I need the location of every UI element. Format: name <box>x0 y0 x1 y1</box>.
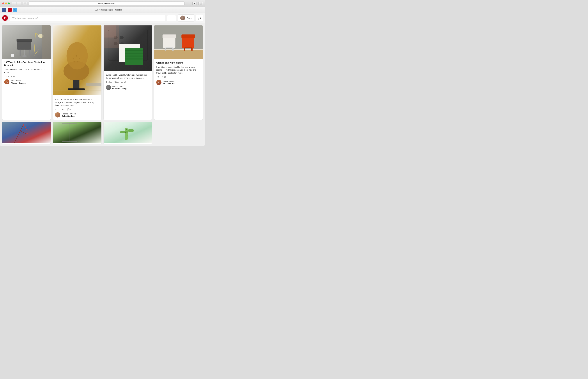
menu-chevron: ▼ <box>172 17 174 19</box>
pin-image <box>2 25 51 59</box>
svg-rect-46 <box>163 37 175 48</box>
pinterest-logo-icon: P <box>4 16 6 20</box>
pin-user-info: Patricia Houden Color Studies <box>62 113 76 117</box>
pin-stats: ⬆ 500 ♥ 95 💬 1 <box>55 108 99 111</box>
pin-card[interactable]: 10 Ways to Take Gray from Neutral to Dra… <box>2 25 51 120</box>
url-text: www.pinterest.com <box>98 2 115 5</box>
reload-button[interactable]: ↻ <box>186 2 191 5</box>
close-button[interactable] <box>2 2 4 4</box>
svg-rect-44 <box>154 50 203 59</box>
sidebar-toggle-button[interactable]: ⬜ <box>23 2 27 5</box>
svg-point-21 <box>76 55 77 57</box>
pin-board-name: Modern Spaces <box>11 82 26 84</box>
svg-rect-40 <box>125 60 143 60</box>
pin-user[interactable]: P Patricia Houden Color Studies <box>55 112 99 117</box>
pin-board-name: For the Kids <box>163 82 175 85</box>
pin-user[interactable]: N Natalia Maric Outdoor Living <box>106 85 150 90</box>
svg-rect-52 <box>182 34 195 38</box>
url-bar[interactable]: www.pinterest.com <box>29 1 185 5</box>
bookmark-twitter[interactable]: 🐦 <box>13 8 17 12</box>
repin-count: ⬆ 97 <box>156 76 160 78</box>
repin-count: ⬆ 714 <box>4 75 9 78</box>
repin-icon: ⬆ <box>4 75 6 78</box>
svg-rect-17 <box>73 80 79 89</box>
browser-window: ‹ › ⬜ www.pinterest.com ↻ ⬆ ⬜ f P <box>0 0 205 146</box>
content-area: 10 Ways to Take Gray from Neutral to Dra… <box>0 23 205 146</box>
pin-card[interactable]: A pop of chartreuse is an interesting mi… <box>53 25 101 120</box>
new-tab-button[interactable]: + <box>199 8 203 12</box>
svg-point-29 <box>120 36 124 39</box>
pin-body: Durable yet beautiful furniture and fabr… <box>104 72 152 92</box>
svg-rect-2 <box>17 41 31 50</box>
menu-button[interactable]: ☰ ▼ <box>167 15 176 21</box>
pin-stats: ⬆ 714 ♥ 99 <box>4 75 49 78</box>
svg-rect-55 <box>185 47 192 48</box>
pin-user[interactable]: A Ana Frazao Modern Spaces <box>4 79 49 84</box>
search-bar[interactable]: What are you looking for? <box>10 15 165 21</box>
pin-user[interactable]: L Lance Wilson For the Kids <box>156 80 201 85</box>
svg-rect-5 <box>29 50 30 56</box>
back-icon: ‹ <box>14 2 14 5</box>
pin-board-name: Outdoor Living <box>112 87 127 90</box>
user-area[interactable]: E Eden <box>178 15 194 21</box>
forward-button[interactable]: › <box>16 2 21 5</box>
svg-rect-45 <box>154 49 203 50</box>
share-button[interactable]: ⬆ <box>192 2 197 5</box>
pin-user-name: Lance Wilson <box>163 80 175 82</box>
avatar: N <box>106 85 111 90</box>
svg-rect-4 <box>20 50 21 56</box>
comment-icon: 💬 <box>67 108 69 111</box>
back-button[interactable]: ‹ <box>12 2 16 5</box>
pin-user-name: Natalia Maric <box>112 85 127 87</box>
like-count: ♥ 23 <box>162 76 166 78</box>
expand-button[interactable]: ⬜ <box>199 2 203 5</box>
svg-point-23 <box>79 58 80 59</box>
svg-rect-42 <box>104 25 116 38</box>
pinterest-header: P What are you looking for? ☰ ▼ E Eden 💬 <box>0 13 205 23</box>
bookmark-pinterest[interactable]: P <box>8 8 12 12</box>
like-icon: ♥ <box>62 108 63 111</box>
search-placeholder: What are you looking for? <box>12 17 38 19</box>
comment-count: 💬 10 <box>121 81 126 83</box>
repin-count: ⬆ 5211 <box>106 81 112 83</box>
reload-icon: ↻ <box>187 2 189 5</box>
pin-card-partial[interactable] <box>53 122 101 144</box>
svg-rect-35 <box>125 52 143 52</box>
avatar: L <box>156 80 161 85</box>
pin-image <box>104 25 152 72</box>
svg-point-72 <box>125 132 126 133</box>
like-icon: ♥ <box>11 75 12 78</box>
pin-card-partial[interactable] <box>2 122 51 144</box>
svg-rect-18 <box>68 88 85 90</box>
svg-rect-20 <box>86 83 101 86</box>
pin-user-info: Natalia Maric Outdoor Living <box>112 85 127 90</box>
pinterest-logo[interactable]: P <box>2 15 8 21</box>
svg-point-71 <box>126 129 127 130</box>
repin-icon: ⬆ <box>55 108 57 111</box>
pin-card[interactable]: Durable yet beautiful furniture and fabr… <box>104 25 152 120</box>
bookmark-facebook[interactable]: f <box>2 8 6 12</box>
pin-user-info: Ana Frazao Modern Spaces <box>11 79 26 84</box>
bookmarks-bar: f P 🐦 11 Hot Beach Escapes - Jetsetter + <box>0 7 205 13</box>
avatar: A <box>4 79 9 84</box>
svg-point-63 <box>27 133 28 134</box>
pin-card[interactable]: Orange and white chairs I want to get so… <box>154 25 203 120</box>
pin-stats: ⬆ 97 ♥ 23 <box>156 76 201 78</box>
maximize-button[interactable] <box>8 2 10 4</box>
svg-point-73 <box>127 135 127 136</box>
like-icon: ♥ <box>113 81 115 83</box>
title-bar: ‹ › ⬜ www.pinterest.com ↻ ⬆ ⬜ <box>0 0 205 7</box>
pin-card-partial[interactable] <box>104 122 152 144</box>
chat-button[interactable]: 💬 <box>196 15 203 21</box>
user-avatar: E <box>180 16 185 20</box>
svg-rect-70 <box>128 129 134 132</box>
like-icon: ♥ <box>162 76 163 78</box>
pin-image <box>154 25 203 59</box>
repin-icon: ⬆ <box>156 76 158 78</box>
pin-user-name: Patricia Houden <box>62 113 76 115</box>
pins-grid: 10 Ways to Take Gray from Neutral to Dra… <box>2 25 203 144</box>
svg-point-60 <box>23 124 24 126</box>
pin-title: 10 Ways to Take Gray from Neutral to Dra… <box>4 61 49 67</box>
minimize-button[interactable] <box>5 2 7 4</box>
pin-user-name: Ana Frazao <box>11 79 26 82</box>
